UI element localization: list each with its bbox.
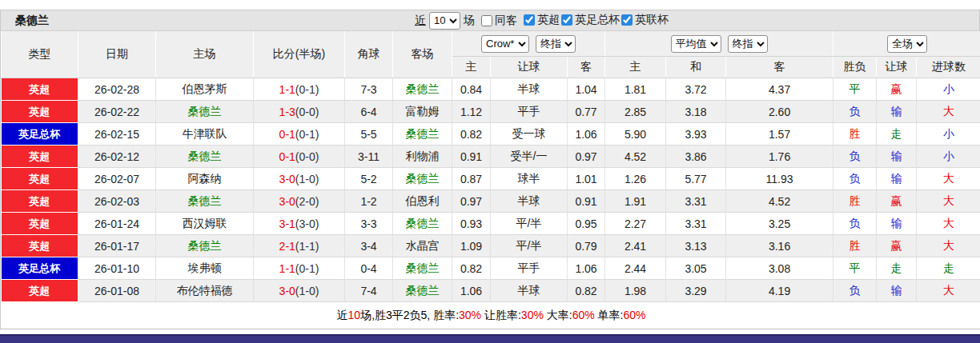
asia-handicap-cell: 半球 [491,78,568,101]
asia-home-odds-cell: 1.06 [452,280,491,302]
asia-handicap-cell: 受半/一 [491,146,568,168]
goals-cell: 大 [917,101,980,123]
handicap-result-cell: 输 [877,101,917,123]
goals-cell: 小 [917,123,980,146]
halftime-score: (1-0) [295,285,319,297]
filter-toggle-2[interactable]: 英联杯 [621,13,669,27]
table-row: 英超26-02-03桑德兰3-0(2-0)1-2伯恩利0.97半球0.911.9… [2,190,980,213]
asia-away-odds-cell: 0.77 [568,101,605,123]
type-cell: 英超 [2,101,78,123]
asia-home-odds-cell: 0.87 [452,168,491,190]
euro-home-odds-cell: 5.90 [605,123,666,146]
away-team-cell: 桑德兰 [393,168,452,190]
home-team-cell: 埃弗顿 [156,257,254,280]
euro-draw-odds-cell: 3.13 [666,235,726,257]
filter-checkbox-2[interactable] [621,14,633,26]
score-cell: 0-1(0-1) [254,123,345,146]
table-row: 英足总杯26-02-15牛津联队0-1(0-1)5-5桑德兰0.82受一球1.0… [2,123,980,146]
goals-cell: 小 [917,78,980,101]
table-row: 英超26-01-17桑德兰2-1(1-1)3-4水晶宫1.09平/半0.792.… [2,235,980,257]
type-cell: 英超 [2,168,78,190]
summary-segment: 场,胜3平2负5, 胜率: [360,309,459,321]
team-title: 桑德兰 [15,14,49,28]
halftime-score: (1-1) [295,240,319,253]
euro-company-select[interactable]: 平均值 [671,35,721,53]
fulltime-score: 1-1 [279,83,295,96]
euro-home-odds-cell: 4.52 [605,146,666,168]
halftime-score: (0-1) [295,83,319,96]
result-cell: 胜 [833,190,877,213]
col-handicap-result: 让球 [877,57,917,78]
type-cell: 英超 [2,146,78,168]
asia-away-odds-cell: 1.01 [568,168,605,190]
same-away-toggle[interactable]: 同客 [481,14,517,28]
team-recent-matches-panel: 桑德兰 近 10 场 同客 英超英足总杯英联杯 类型 日期 主 [0,10,980,329]
filter-label-1: 英足总杯 [575,13,620,27]
corner-cell: 6-4 [345,101,393,123]
summary-segment: 30% [521,309,544,321]
type-cell: 英足总杯 [2,123,78,146]
filter-toggle-1[interactable]: 英足总杯 [561,13,620,27]
fulltime-score: 0-1 [279,150,295,163]
handicap-result-cell: 输 [877,146,917,168]
asia-home-odds-cell: 0.84 [452,78,491,101]
asia-handicap-cell: 半球 [491,280,568,302]
col-home: 主场 [156,31,254,78]
euro-away-odds-cell: 4.37 [726,78,833,101]
date-cell: 26-01-08 [78,280,156,302]
euro-index-select[interactable]: 终指 [728,35,768,53]
date-cell: 26-01-24 [78,213,156,235]
result-cell: 胜 [833,235,877,257]
recent-link[interactable]: 近 [415,14,426,28]
col-euro-away: 客 [726,57,833,78]
euro-home-odds-cell: 1.98 [605,280,666,302]
euro-draw-odds-cell: 3.18 [666,101,726,123]
home-team-cell: 牛津联队 [156,123,254,146]
handicap-result-cell: 赢 [877,78,917,101]
date-cell: 26-02-03 [78,190,156,213]
away-team-cell: 富勒姆 [393,101,452,123]
asia-home-odds-cell: 1.12 [452,101,491,123]
asia-index-select[interactable]: 终指 [536,35,576,53]
euro-home-odds-cell: 2.27 [605,213,666,235]
asia-home-odds-cell: 1.09 [452,235,491,257]
filter-checkbox-1[interactable] [561,14,572,26]
filter-checkbox-0[interactable] [524,14,535,26]
fulltime-score: 1-1 [279,262,295,275]
away-team-cell: 桑德兰 [393,213,452,235]
recent-count-select[interactable]: 10 [429,12,460,30]
euro-draw-odds-cell: 5.77 [666,168,726,190]
asia-handicap-cell: 平手 [491,257,568,280]
fulltime-score: 1-3 [279,106,295,118]
fulltime-score: 3-1 [279,217,295,230]
col-corner: 角球 [345,31,393,78]
table-row: 英超26-01-08布伦特福德3-0(1-0)7-4桑德兰1.06半球0.821… [2,280,980,302]
table-row: 英超26-02-28伯恩茅斯1-1(0-1)7-3桑德兰0.84半球1.041.… [2,78,980,101]
asia-away-odds-cell: 1.06 [568,123,605,146]
score-cell: 1-1(0-1) [254,257,345,280]
asia-handicap-cell: 平手 [491,101,568,123]
summary-segment: 60% [623,309,645,321]
date-cell: 26-02-15 [78,123,156,146]
away-team-cell: 利物浦 [393,146,452,168]
goals-cell: 走 [917,257,980,280]
filter-toggle-0[interactable]: 英超 [524,13,560,27]
asia-handicap-cell: 平/半 [491,235,568,257]
away-team-cell: 伯恩利 [393,190,452,213]
date-cell: 26-02-28 [78,78,156,101]
away-team-cell: 桑德兰 [393,280,452,302]
asia-away-odds-cell: 0.97 [568,146,605,168]
same-away-checkbox[interactable] [481,15,492,26]
euro-home-odds-cell: 1.91 [605,190,666,213]
scope-select[interactable]: 全场 [887,35,927,53]
handicap-result-cell: 输 [877,213,917,235]
asia-company-select[interactable]: Crow* [481,35,529,53]
asia-away-odds-cell: 0.82 [568,280,605,302]
handicap-result-cell: 输 [877,280,917,302]
asia-home-odds-cell: 0.82 [452,257,491,280]
halftime-score: (0-0) [295,150,319,163]
date-cell: 26-01-17 [78,235,156,257]
result-cell: 负 [833,146,877,168]
euro-draw-odds-cell: 3.93 [666,123,726,146]
corner-cell: 3-3 [345,213,393,235]
